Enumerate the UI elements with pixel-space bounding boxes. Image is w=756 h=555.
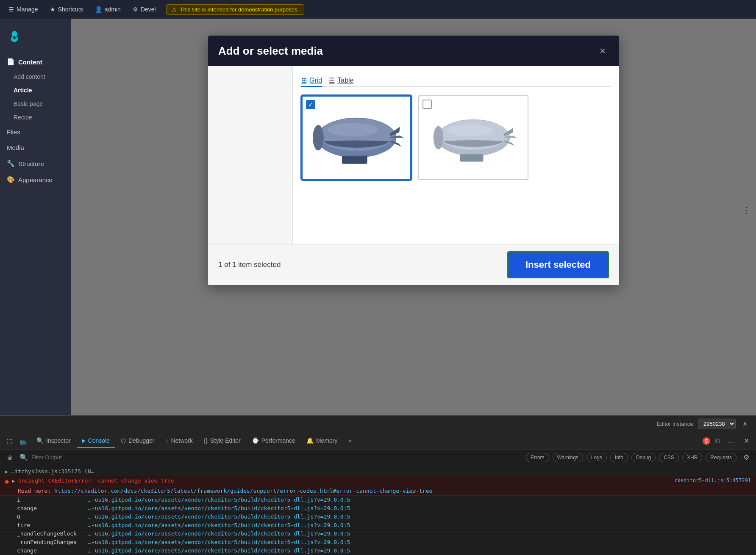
sidebar-item-appearance[interactable]: 🎨 Appearance — [0, 172, 71, 188]
performance-label: Performance — [261, 437, 295, 444]
filter-output-input[interactable] — [31, 454, 523, 461]
top-toolbar: ☰ Manage ★ Shortcuts 👤 admin ⚙ Devel ⚠ T… — [0, 0, 756, 19]
devtools-trash-btn[interactable]: 🗑 — [3, 452, 16, 463]
recipe-label: Recipe — [14, 114, 32, 121]
devtools-pick-element-btn[interactable]: ⬚ — [3, 435, 16, 447]
stack-row-q: Q …-us16.gitpod.io/core/assets/vendor/ck… — [0, 513, 756, 521]
console-line-error-main: ● ▶ Uncaught CKEditorError: cannot-chang… — [0, 476, 756, 486]
filter-css-btn[interactable]: CSS — [659, 453, 679, 462]
svg-point-1 — [13, 36, 16, 39]
filter-requests-btn[interactable]: Requests — [706, 453, 737, 462]
sidebar-sub-recipe[interactable]: Recipe — [0, 111, 71, 124]
memory-icon: 🔔 — [306, 437, 314, 444]
modal-content-area: ⊞ Grid ☰ Table ✓ — [293, 66, 619, 244]
star-icon: ★ — [50, 6, 56, 13]
devtools-copy-btn[interactable]: ⧉ — [712, 435, 723, 447]
devtools-tab-network[interactable]: ↕ Network — [160, 434, 197, 448]
shortcuts-btn[interactable]: ★ Shortcuts — [45, 3, 88, 15]
devtools-more-btn[interactable]: … — [725, 435, 739, 447]
memory-label: Memory — [316, 437, 338, 444]
sidebar-item-media[interactable]: Media — [0, 140, 71, 155]
stack-row-change-1: change …-us16.gitpod.io/core/assets/vend… — [0, 504, 756, 513]
devtools-console-btn[interactable]: 📺 — [17, 435, 31, 447]
manage-label: Manage — [17, 6, 38, 13]
error-docs-link[interactable]: https://ckeditor.com/docs/ckeditor5/late… — [54, 488, 432, 494]
modal-header: Add or select media × — [208, 36, 619, 66]
basic-page-label: Basic page — [14, 100, 43, 107]
editor-instance-select[interactable]: 2950238 — [698, 419, 736, 429]
filter-info-btn[interactable]: Info — [610, 453, 628, 462]
devtools-tab-more[interactable]: » — [344, 434, 357, 448]
filter-warnings-btn[interactable]: Warnings — [553, 453, 583, 462]
hamburger-icon: ☰ — [8, 6, 14, 13]
manage-menu-btn[interactable]: ☰ Manage — [3, 3, 43, 15]
devtools-tab-debugger[interactable]: ⬡ Debugger — [116, 434, 160, 448]
editor-instance-label: Editor instance: — [656, 421, 695, 427]
gear-icon: ⚙ — [133, 6, 138, 13]
sidebar: 📄 Content Add content Article Basic page… — [0, 19, 71, 415]
filter-debug-btn[interactable]: Debug — [631, 453, 656, 462]
table-icon: ☰ — [329, 76, 335, 84]
devtools-tab-inspector[interactable]: 🔍 Inspector — [31, 434, 76, 448]
warning-text: This site is intended for demonstration … — [180, 6, 299, 13]
devtools-right-controls: 5 ⧉ … ✕ — [703, 434, 753, 447]
person-icon: 👤 — [95, 6, 102, 13]
devtools-tab-style-editor[interactable]: {} Style Editor — [199, 434, 246, 448]
main-area: 📄 Content Add content Article Basic page… — [0, 19, 756, 415]
devtools-tab-memory[interactable]: 🔔 Memory — [301, 434, 343, 448]
media-item-2[interactable] — [418, 95, 528, 180]
insert-selected-button[interactable]: Insert selected — [507, 251, 609, 278]
media-label: Media — [7, 144, 24, 151]
style-editor-icon: {} — [204, 437, 208, 444]
filter-logs-btn[interactable]: Logs — [586, 453, 607, 462]
devtools-close-btn[interactable]: ✕ — [740, 434, 753, 447]
sidebar-item-files[interactable]: Files — [0, 124, 71, 140]
debugger-icon: ⬡ — [121, 437, 126, 444]
devtools-tab-performance[interactable]: ⌚ Performance — [247, 434, 300, 448]
appearance-label: Appearance — [18, 176, 53, 183]
filter-errors-btn[interactable]: Errors — [526, 453, 549, 462]
devel-btn[interactable]: ⚙ Devel — [128, 3, 161, 15]
filter-xhr-btn[interactable]: XHR — [682, 453, 702, 462]
content-label: Content — [18, 58, 42, 66]
media-grid: ✓ — [301, 95, 611, 180]
media-modal: Add or select media × ⊞ Grid ☰ — [208, 36, 619, 285]
error-count-badge: 5 — [703, 437, 710, 445]
style-editor-label: Style Editor — [210, 437, 241, 444]
sidebar-item-structure[interactable]: 🔧 Structure — [0, 155, 71, 172]
stack-row-i: i …-us16.gitpod.io/core/assets/vendor/ck… — [0, 496, 756, 504]
media-thumbnail-2 — [419, 96, 528, 179]
editor-instance-bar: Editor instance: 2950238 ∧ — [0, 416, 756, 432]
media-item-1[interactable]: ✓ — [301, 95, 411, 180]
sidebar-item-content[interactable]: 📄 Content — [0, 54, 71, 70]
devtools-tab-console[interactable]: ▶ Console — [77, 434, 115, 448]
modal-body: ⊞ Grid ☰ Table ✓ — [208, 66, 619, 244]
sidebar-sub-article[interactable]: Article — [0, 83, 71, 97]
inspector-label: Inspector — [46, 437, 71, 444]
table-view-btn[interactable]: ☰ Table — [329, 75, 353, 87]
media-checkbox-2[interactable] — [422, 100, 432, 109]
media-checkbox-1[interactable]: ✓ — [306, 100, 315, 109]
debugger-label: Debugger — [128, 437, 155, 444]
drupal-logo[interactable] — [0, 25, 71, 54]
stack-row-change-2: change …-us16.gitpod.io/core/assets/vend… — [0, 547, 756, 555]
admin-btn[interactable]: 👤 admin — [90, 3, 126, 15]
modal-title: Add or select media — [218, 44, 323, 58]
stack-row-runpendingchanges: _runPendingChanges …-us16.gitpod.io/core… — [0, 538, 756, 547]
modal-left-panel — [208, 66, 293, 244]
modal-close-button[interactable]: × — [596, 44, 609, 58]
devtools-collapse-btn[interactable]: ∧ — [739, 417, 751, 430]
network-icon: ↕ — [165, 437, 168, 444]
svg-point-14 — [434, 126, 444, 150]
grid-view-btn[interactable]: ⊞ Grid — [301, 75, 322, 87]
grid-icon: ⊞ — [301, 76, 307, 84]
article-label: Article — [14, 87, 32, 94]
shortcuts-label: Shortcuts — [58, 6, 83, 13]
view-toggle: ⊞ Grid ☰ Table — [301, 75, 611, 87]
svg-rect-13 — [460, 154, 484, 161]
sidebar-sub-add-content[interactable]: Add content — [0, 70, 71, 83]
filter-settings-btn[interactable]: ⚙ — [740, 451, 753, 464]
page-content: Add or select media × ⊞ Grid ☰ — [71, 19, 756, 415]
sidebar-sub-basic-page[interactable]: Basic page — [0, 97, 71, 111]
add-content-label: Add content — [14, 73, 45, 80]
